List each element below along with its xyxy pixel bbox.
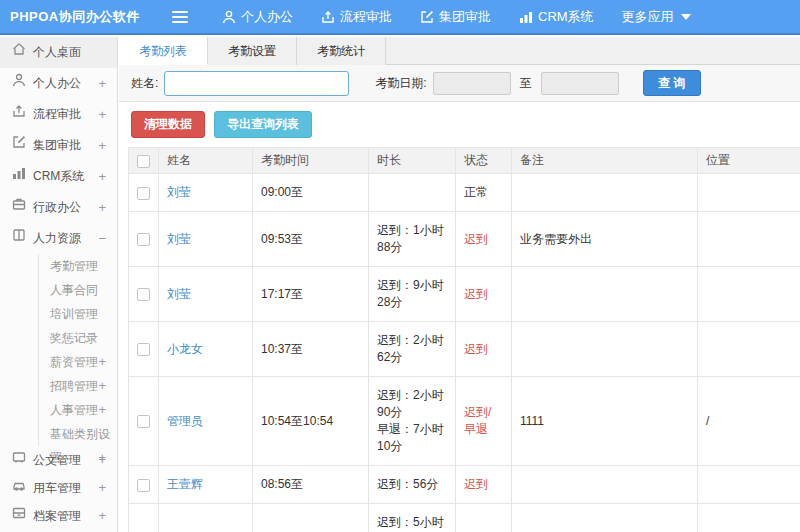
expand-plus-icon[interactable]: + bbox=[98, 99, 106, 130]
remark-cell bbox=[512, 466, 698, 504]
flow-icon bbox=[321, 10, 335, 24]
chart-icon bbox=[519, 10, 533, 24]
tab-attendance-stats[interactable]: 考勤统计 bbox=[297, 37, 386, 65]
sidebar-subitem-attendance-mgmt[interactable]: 考勤管理 bbox=[39, 254, 117, 278]
sidebar-subitem-reward-record[interactable]: 奖惩记录 bbox=[39, 326, 117, 350]
table-header-row: 姓名 考勤时间 时长 状态 备注 位置 bbox=[129, 148, 800, 174]
top-header: PHPOA协同办公软件 个人办公 流程审批 集团审批 CRM系统 更多应用 bbox=[0, 0, 800, 35]
sidebar-item-label: 人力资源 bbox=[33, 223, 81, 254]
expand-plus-icon[interactable]: + bbox=[98, 446, 106, 474]
hamburger-menu-icon[interactable] bbox=[172, 11, 188, 23]
row-checkbox[interactable] bbox=[137, 233, 150, 246]
app-logo: PHPOA协同办公软件 bbox=[0, 8, 160, 26]
remark-cell bbox=[512, 322, 698, 377]
sidebar-item-document-mgmt[interactable]: 公文管理 + bbox=[0, 446, 117, 474]
row-checkbox[interactable] bbox=[137, 479, 150, 492]
sidebar-subitem-personnel-mgmt[interactable]: 人事管理+ bbox=[39, 398, 117, 422]
time-cell: 09:53至 bbox=[253, 212, 369, 267]
table-row: 刘莹 17:17至 迟到：9小时28分 迟到 bbox=[129, 267, 800, 322]
export-list-button[interactable]: 导出查询列表 bbox=[214, 111, 312, 138]
sidebar-item-human-resources[interactable]: 人力资源 − bbox=[0, 223, 117, 254]
sidebar-item-workflow-approval[interactable]: 流程审批 + bbox=[0, 99, 117, 130]
expand-plus-icon[interactable]: + bbox=[98, 350, 106, 374]
duration-cell bbox=[369, 174, 456, 212]
expand-plus-icon[interactable]: + bbox=[98, 68, 106, 99]
nav-group-approval[interactable]: 集团审批 bbox=[420, 8, 491, 26]
sidebar-subitem-label: 人事合同 bbox=[50, 283, 98, 297]
sidebar-subitem-salary-mgmt[interactable]: 薪资管理+ bbox=[39, 350, 117, 374]
name-cell[interactable]: 黄蓉 bbox=[159, 504, 253, 532]
row-checkbox[interactable] bbox=[137, 187, 150, 200]
nav-label: 个人办公 bbox=[241, 8, 293, 26]
location-cell bbox=[698, 174, 800, 212]
expand-plus-icon[interactable]: + bbox=[98, 130, 106, 161]
sidebar-item-personal-office[interactable]: 个人办公 + bbox=[0, 68, 117, 99]
row-checkbox[interactable] bbox=[137, 415, 150, 428]
nav-crm-system[interactable]: CRM系统 bbox=[519, 8, 594, 26]
sidebar-subitem-base-category[interactable]: 基础类别设置+ bbox=[39, 422, 117, 446]
sidebar-item-label: 集团审批 bbox=[33, 130, 81, 161]
sidebar-item-vehicle-mgmt[interactable]: 用车管理 + bbox=[0, 474, 117, 502]
remark-cell: 业务需要外出 bbox=[512, 212, 698, 267]
sidebar-item-label: CRM系统 bbox=[33, 161, 84, 192]
collapse-minus-icon[interactable]: − bbox=[98, 223, 106, 254]
tab-attendance-list[interactable]: 考勤列表 bbox=[119, 37, 208, 65]
sidebar-subitem-label: 奖惩记录 bbox=[50, 331, 98, 345]
sidebar-item-group-approval[interactable]: 集团审批 + bbox=[0, 130, 117, 161]
date-from-input[interactable] bbox=[433, 72, 511, 95]
tab-attendance-settings[interactable]: 考勤设置 bbox=[208, 37, 297, 65]
location-cell bbox=[698, 466, 800, 504]
clean-data-button[interactable]: 清理数据 bbox=[131, 111, 205, 138]
sidebar-item-personal-desktop[interactable]: 个人桌面 bbox=[0, 37, 117, 68]
remark-cell bbox=[512, 504, 698, 532]
row-checkbox[interactable] bbox=[137, 288, 150, 301]
expand-plus-icon[interactable]: + bbox=[98, 502, 106, 530]
sidebar-subitem-recruit-mgmt[interactable]: 招聘管理+ bbox=[39, 374, 117, 398]
sidebar-item-crm-system[interactable]: CRM系统 + bbox=[0, 161, 117, 192]
search-button[interactable]: 查 询 bbox=[643, 70, 701, 96]
table-row: 刘莹 09:53至 迟到：1小时88分 迟到 业务需要外出 bbox=[129, 212, 800, 267]
to-label: 至 bbox=[520, 75, 532, 92]
duration-cell: 迟到：9小时28分 bbox=[369, 267, 456, 322]
name-cell[interactable]: 刘莹 bbox=[159, 212, 253, 267]
name-input[interactable] bbox=[164, 71, 349, 96]
expand-plus-icon[interactable]: + bbox=[98, 161, 106, 192]
table-row: 王壹辉 08:56至 迟到：56分 迟到 bbox=[129, 466, 800, 504]
name-cell[interactable]: 小龙女 bbox=[159, 322, 253, 377]
sidebar-item-archive-mgmt[interactable]: 档案管理 + bbox=[0, 502, 117, 530]
duration-cell: 迟到：2小时62分 bbox=[369, 322, 456, 377]
nav-personal-office[interactable]: 个人办公 bbox=[222, 8, 293, 26]
name-cell[interactable]: 刘莹 bbox=[159, 174, 253, 212]
sidebar-item-label: 流程审批 bbox=[33, 99, 81, 130]
name-cell[interactable]: 管理员 bbox=[159, 377, 253, 466]
expand-plus-icon[interactable]: + bbox=[98, 398, 106, 422]
expand-plus-icon[interactable]: + bbox=[98, 474, 106, 502]
date-to-input[interactable] bbox=[541, 72, 619, 95]
sidebar-item-admin-office[interactable]: 行政办公 + bbox=[0, 192, 117, 223]
nav-workflow-approval[interactable]: 流程审批 bbox=[321, 8, 392, 26]
row-checkbox[interactable] bbox=[137, 343, 150, 356]
name-cell[interactable]: 刘莹 bbox=[159, 267, 253, 322]
sidebar-subitem-hr-contract[interactable]: 人事合同 bbox=[39, 278, 117, 302]
name-label: 姓名: bbox=[131, 75, 158, 92]
nav-label: 集团审批 bbox=[439, 8, 491, 26]
table-row: 管理员 10:54至10:54 迟到：2小时90分 早退：7小时10分 迟到/早… bbox=[129, 377, 800, 466]
expand-plus-icon[interactable]: + bbox=[98, 374, 106, 398]
sidebar-subitem-training-mgmt[interactable]: 培训管理 bbox=[39, 302, 117, 326]
select-all-checkbox[interactable] bbox=[137, 155, 150, 168]
sidebar-subitem-label: 招聘管理 bbox=[50, 379, 98, 393]
expand-plus-icon[interactable]: + bbox=[98, 192, 106, 223]
name-cell[interactable]: 王壹辉 bbox=[159, 466, 253, 504]
app-window: PHPOA协同办公软件 个人办公 流程审批 集团审批 CRM系统 更多应用 个人 bbox=[0, 0, 800, 532]
main-content: 考勤列表 考勤设置 考勤统计 姓名: 考勤日期: 至 查 询 清理数据 导出查询… bbox=[119, 37, 800, 532]
home-icon bbox=[12, 37, 26, 68]
location-cell bbox=[698, 212, 800, 267]
time-cell: 17:17至 bbox=[253, 267, 369, 322]
duration-cell: 迟到：2小时90分 早退：7小时10分 bbox=[369, 377, 456, 466]
archive-icon bbox=[12, 502, 26, 530]
nav-more-apps[interactable]: 更多应用 bbox=[622, 8, 691, 26]
table-row: 刘莹 09:00至 正常 bbox=[129, 174, 800, 212]
nav-label: 更多应用 bbox=[622, 8, 674, 26]
sidebar-item-label: 个人桌面 bbox=[33, 37, 81, 68]
duration-cell: 迟到：1小时88分 bbox=[369, 212, 456, 267]
